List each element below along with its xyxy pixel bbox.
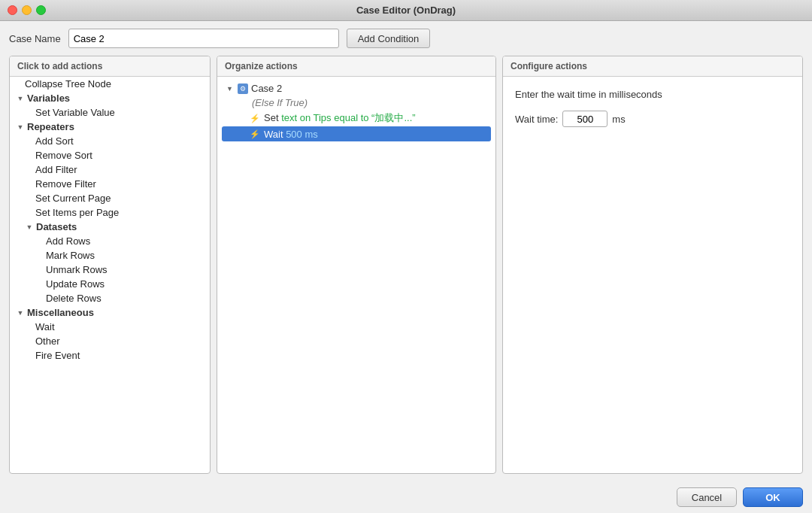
chevron-down-icon — [25, 223, 34, 232]
sidebar-item-delete-rows[interactable]: Delete Rows — [10, 291, 210, 305]
panels: Click to add actions Collapse Tree Node … — [9, 56, 803, 474]
main-content: Case Name Add Condition Click to add act… — [0, 21, 812, 481]
sidebar-item-datasets[interactable]: Datasets — [10, 220, 210, 234]
case-icon: ⚙ — [238, 83, 248, 94]
left-panel-header: Click to add actions — [10, 56, 210, 77]
right-panel: Configure actions Enter the wait time in… — [502, 56, 803, 474]
right-panel-header: Configure actions — [503, 56, 802, 77]
maximize-button[interactable] — [36, 5, 46, 15]
ok-button[interactable]: OK — [743, 487, 803, 507]
chevron-down-icon — [16, 308, 25, 317]
wait-time-row: Wait time: ms — [515, 111, 790, 127]
action-else-if-true: (Else If True) — [237, 96, 491, 110]
sidebar-item-collapse-tree-node[interactable]: Collapse Tree Node — [10, 77, 210, 91]
action-tree: ▼ ⚙ Case 2 (Else If True) ⚡ Set text on … — [217, 77, 495, 146]
configure-description: Enter the wait time in milliseconds — [515, 89, 790, 100]
case-name-input[interactable] — [68, 29, 339, 48]
sidebar-item-add-filter[interactable]: Add Filter — [10, 162, 210, 177]
close-button[interactable] — [8, 5, 17, 15]
window-title: Case Editor (OnDrag) — [356, 5, 456, 16]
title-bar: Case Editor (OnDrag) — [0, 0, 812, 21]
wait-time-unit: ms — [612, 114, 625, 125]
sidebar-item-set-items-per-page[interactable]: Set Items per Page — [10, 205, 210, 220]
sidebar-item-set-variable-value[interactable]: Set Variable Value — [10, 105, 210, 120]
right-panel-body: Enter the wait time in milliseconds Wait… — [503, 77, 802, 139]
middle-panel: Organize actions ▼ ⚙ Case 2 (Else If Tru… — [217, 56, 496, 474]
left-panel-body: Collapse Tree Node Variables Set Variabl… — [10, 77, 210, 473]
sidebar-item-update-rows[interactable]: Update Rows — [10, 277, 210, 291]
action-case-2[interactable]: ▼ ⚙ Case 2 — [222, 81, 491, 96]
sidebar-item-fire-event[interactable]: Fire Event — [10, 348, 210, 363]
sidebar-item-remove-filter[interactable]: Remove Filter — [10, 177, 210, 191]
wait-time-label: Wait time: — [515, 114, 558, 125]
lightning-icon: ⚡ — [249, 112, 261, 124]
middle-panel-body: ▼ ⚙ Case 2 (Else If True) ⚡ Set text on … — [217, 77, 495, 473]
chevron-down-icon: ▼ — [226, 85, 235, 93]
sidebar-item-remove-sort[interactable]: Remove Sort — [10, 148, 210, 162]
cancel-button[interactable]: Cancel — [677, 487, 737, 507]
sidebar-item-unmark-rows[interactable]: Unmark Rows — [10, 263, 210, 277]
lightning-icon-selected: ⚡ — [249, 128, 261, 140]
sidebar-item-miscellaneous[interactable]: Miscellaneous — [10, 305, 210, 320]
sidebar-item-add-sort[interactable]: Add Sort — [10, 134, 210, 148]
sidebar-item-mark-rows[interactable]: Mark Rows — [10, 248, 210, 263]
middle-panel-header: Organize actions — [217, 56, 495, 77]
add-condition-button[interactable]: Add Condition — [347, 29, 431, 48]
sidebar-item-set-current-page[interactable]: Set Current Page — [10, 191, 210, 205]
sidebar-item-add-rows[interactable]: Add Rows — [10, 234, 210, 248]
sidebar-item-other[interactable]: Other — [10, 334, 210, 348]
wait-time-input[interactable] — [562, 111, 607, 127]
action-wait[interactable]: ⚡ Wait 500 ms — [222, 126, 491, 141]
traffic-lights[interactable] — [8, 5, 46, 15]
sidebar-item-variables[interactable]: Variables — [10, 91, 210, 105]
sidebar-item-repeaters[interactable]: Repeaters — [10, 120, 210, 134]
action-set-text[interactable]: ⚡ Set text on Tips equal to “加载中...” — [222, 110, 491, 126]
top-bar: Case Name Add Condition — [9, 29, 803, 48]
minimize-button[interactable] — [22, 5, 32, 15]
left-panel: Click to add actions Collapse Tree Node … — [9, 56, 211, 474]
chevron-down-icon — [16, 94, 25, 103]
sidebar-item-wait[interactable]: Wait — [10, 320, 210, 334]
bottom-bar: Cancel OK — [0, 481, 812, 513]
case-name-label: Case Name — [9, 33, 61, 44]
case-label: Case 2 — [251, 83, 282, 94]
chevron-down-icon — [16, 123, 25, 132]
